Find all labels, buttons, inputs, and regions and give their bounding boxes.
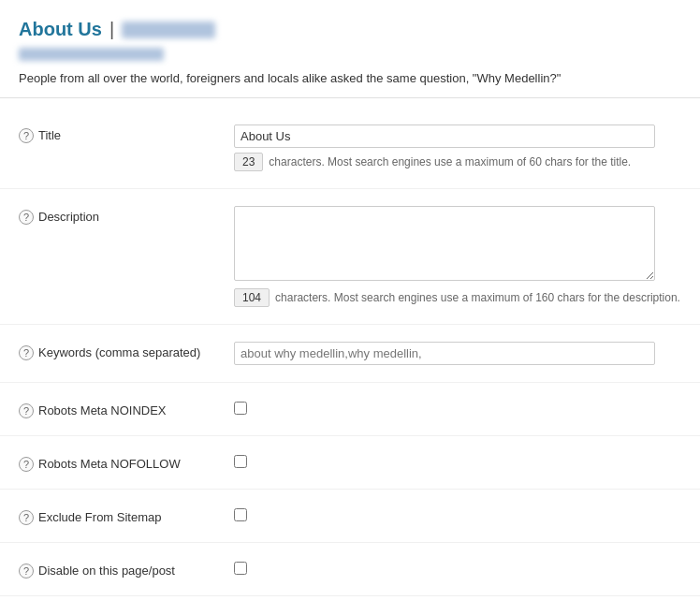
keywords-control-col (234, 342, 681, 365)
page-url-row (19, 48, 681, 64)
description-char-hint: characters. Most search engines use a ma… (275, 291, 680, 304)
disable-row: ? Disable on this page/post (0, 543, 700, 596)
title-row: ? Title 23 characters. Most search engin… (0, 108, 700, 189)
description-char-count-row: 104 characters. Most search engines use … (234, 288, 681, 307)
title-char-count-row: 23 characters. Most search engines use a… (234, 153, 681, 171)
noindex-control-col (234, 400, 681, 417)
nofollow-row: ? Robots Meta NOFOLLOW (0, 436, 700, 490)
description-label-col: ? Description (19, 206, 234, 225)
keywords-input[interactable] (234, 342, 655, 365)
keywords-label: Keywords (comma separated) (38, 345, 200, 359)
title-char-hint: characters. Most search engines use a ma… (269, 155, 631, 168)
title-separator: | (109, 19, 114, 40)
keywords-row: ? Keywords (comma separated) (0, 325, 700, 383)
title-label: Title (38, 128, 61, 142)
title-char-count: 23 (234, 153, 263, 171)
page-title: About Us (19, 19, 102, 40)
title-label-col: ? Title (19, 124, 234, 143)
sitemap-help-icon[interactable]: ? (19, 510, 34, 525)
disable-label: Disable on this page/post (38, 564, 175, 578)
nofollow-label-col: ? Robots Meta NOFOLLOW (19, 453, 234, 472)
sitemap-row: ? Exclude From Sitemap (0, 490, 700, 543)
description-help-icon[interactable]: ? (19, 210, 34, 225)
url-blurred (19, 48, 164, 61)
page-description: People from all over the world, foreigne… (19, 69, 681, 88)
page-header: About Us | People from all over the worl… (0, 0, 700, 98)
disable-checkbox[interactable] (234, 562, 247, 575)
nofollow-checkbox[interactable] (234, 455, 247, 468)
sitemap-checkbox[interactable] (234, 508, 247, 521)
disable-control-col (234, 560, 681, 578)
sitemap-control-col (234, 506, 681, 524)
noindex-label-col: ? Robots Meta NOINDEX (19, 400, 234, 418)
noindex-row: ? Robots Meta NOINDEX (0, 383, 700, 436)
sitemap-label: Exclude From Sitemap (38, 510, 162, 524)
description-textarea[interactable] (234, 206, 655, 281)
seo-form: ? Title 23 characters. Most search engin… (0, 98, 700, 606)
disable-label-col: ? Disable on this page/post (19, 560, 234, 578)
description-char-count: 104 (234, 288, 270, 307)
nofollow-help-icon[interactable]: ? (19, 457, 34, 472)
title-control-col: 23 characters. Most search engines use a… (234, 124, 681, 171)
description-control-col: 104 characters. Most search engines use … (234, 206, 681, 307)
description-label: Description (38, 210, 99, 224)
title-input[interactable] (234, 124, 655, 148)
keywords-label-col: ? Keywords (comma separated) (19, 342, 234, 360)
nofollow-label: Robots Meta NOFOLLOW (38, 457, 181, 471)
description-row: ? Description 104 characters. Most searc… (0, 189, 700, 325)
disable-help-icon[interactable]: ? (19, 564, 34, 578)
title-help-icon[interactable]: ? (19, 128, 34, 143)
keywords-help-icon[interactable]: ? (19, 345, 34, 360)
noindex-help-icon[interactable]: ? (19, 403, 34, 418)
nofollow-control-col (234, 453, 681, 471)
noindex-checkbox[interactable] (234, 402, 247, 415)
page-title-row: About Us | (19, 19, 681, 40)
sitemap-label-col: ? Exclude From Sitemap (19, 506, 234, 525)
breadcrumb-blurred (122, 22, 215, 38)
noindex-label: Robots Meta NOINDEX (38, 403, 167, 417)
